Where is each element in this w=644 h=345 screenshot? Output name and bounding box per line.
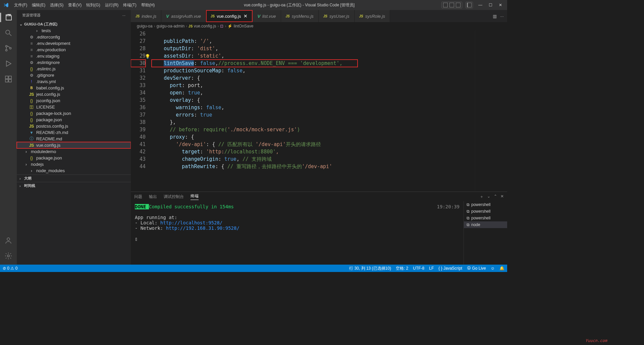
more-icon[interactable]: ···	[500, 14, 504, 19]
status-encoding[interactable]: UTF-8	[413, 266, 424, 271]
close-panel-icon[interactable]: ✕	[500, 194, 504, 200]
svg-rect-7	[5, 79, 8, 82]
terminal-instance[interactable]: ⧉ node	[464, 221, 507, 228]
editor-tab[interactable]: Vlist.vue	[253, 10, 281, 22]
file-item[interactable]: JSpostcss.config.js	[17, 123, 131, 129]
menu-item[interactable]: 转到(G)	[84, 2, 102, 8]
folder-item[interactable]: ›node_modules	[17, 167, 131, 174]
minimap[interactable]	[475, 30, 507, 192]
search-icon[interactable]	[4, 28, 13, 38]
code-content[interactable]: publicPath: '/', outputDir: 'dist', asse…	[152, 30, 475, 192]
breadcrumb[interactable]: guigu-oa › guigu-oa-admin › JS vue.confi…	[131, 22, 507, 30]
file-item[interactable]: {}jsconfig.json	[17, 97, 131, 104]
panel-tabs: 问题输出调试控制台终端 ＋ ⌄ ⌃ ✕	[131, 192, 507, 201]
menu-item[interactable]: 编辑(E)	[30, 2, 48, 8]
status-spaces[interactable]: 空格: 2	[396, 266, 408, 271]
folder-item[interactable]: ›nodejs	[17, 161, 131, 167]
status-errors[interactable]: ⊘ 0 ⚠ 0	[3, 266, 17, 271]
file-item[interactable]: {}package-lock.json	[17, 110, 131, 117]
file-item[interactable]: ≡.env.production	[17, 47, 131, 53]
line-gutter: 26272829💡303132333435363738394041424344	[131, 30, 152, 192]
extensions-icon[interactable]	[4, 74, 13, 84]
panel-tab[interactable]: 问题	[134, 194, 142, 200]
terminal-instance[interactable]: ⧉ powershell	[464, 208, 507, 215]
menu-item[interactable]: 选择(S)	[48, 2, 66, 8]
file-item[interactable]: Bbabel.config.js	[17, 85, 131, 91]
explorer-icon[interactable]	[0, 13, 16, 22]
vscode-logo-icon	[0, 2, 12, 8]
terminal-output[interactable]: DONE Compiled successfully in 154ms19:20…	[131, 201, 464, 265]
panel-tab[interactable]: 输出	[149, 194, 157, 200]
status-bell-icon[interactable]: 🔔	[499, 266, 504, 271]
menu-item[interactable]: 终端(T)	[121, 2, 139, 8]
maximize-icon[interactable]: ☐	[486, 3, 494, 7]
status-eol[interactable]: LF	[429, 266, 434, 271]
file-item[interactable]: ⚙.eslintignore	[17, 59, 131, 66]
terminal-instance[interactable]: ⧉ powershell	[464, 201, 507, 208]
titlebar: 文件(F)编辑(E)选择(S)查看(V)转到(G)运行(R)终端(T)帮助(H)…	[0, 0, 507, 10]
editor-tab[interactable]: JSsysMenu.js	[281, 10, 319, 22]
maximize-panel-icon[interactable]: ⌃	[494, 194, 497, 200]
file-item[interactable]: ⚙.gitignore	[17, 72, 131, 78]
menu-item[interactable]: 运行(R)	[103, 2, 121, 8]
split-icon[interactable]: ▥	[493, 14, 497, 19]
source-control-icon[interactable]	[4, 44, 13, 53]
svg-rect-5	[5, 76, 8, 79]
file-item[interactable]: ⚿LICENSE	[17, 104, 131, 110]
editor-tab[interactable]: JSvue.config.js✕	[206, 10, 253, 22]
status-position[interactable]: 行 30, 列 13 (已选择10)	[349, 266, 391, 271]
minimize-icon[interactable]: —	[476, 3, 484, 7]
more-icon[interactable]: ···	[122, 13, 125, 17]
menubar[interactable]: 文件(F)编辑(E)选择(S)查看(V)转到(G)运行(R)终端(T)帮助(H)	[12, 2, 157, 8]
status-feedback-icon[interactable]: ☺	[491, 266, 495, 271]
svg-line-1	[9, 34, 11, 36]
file-item[interactable]: {}.eslintrc.js	[17, 66, 131, 72]
layout-buttons[interactable]	[441, 2, 462, 8]
layout-custom-icon[interactable]	[466, 2, 473, 8]
editor-tab[interactable]: JSsysUser.js	[319, 10, 355, 22]
editor-tab[interactable]: JSindex.js	[131, 10, 161, 22]
folder-item[interactable]: ›tests	[17, 27, 131, 34]
folder-item[interactable]: ›moduledemo	[17, 148, 131, 155]
menu-item[interactable]: 查看(V)	[66, 2, 84, 8]
file-item[interactable]: ⓘREADME.md	[17, 136, 131, 142]
svg-point-2	[6, 46, 7, 47]
file-item[interactable]: JSjest.config.js	[17, 91, 131, 97]
dropdown-icon[interactable]: ⌄	[487, 194, 490, 200]
file-item[interactable]: !.travis.yml	[17, 78, 131, 85]
timeline-section[interactable]: ›时间线	[17, 182, 131, 189]
outline-section[interactable]: ›大纲	[17, 175, 131, 182]
sidebar: 资源管理器 ··· ⌄GUIGU-OA (工作区) ›tests⚙.editor…	[17, 10, 131, 265]
file-item[interactable]: {}package.json	[17, 155, 131, 161]
status-lang[interactable]: { } JavaScript	[438, 266, 462, 271]
activitybar	[0, 10, 17, 265]
editor-tab[interactable]: VassignAuth.vue	[161, 10, 206, 22]
svg-point-3	[6, 50, 7, 51]
editor-tab[interactable]: JSsysRole.js	[355, 10, 390, 22]
menu-item[interactable]: 文件(F)	[12, 2, 30, 8]
run-debug-icon[interactable]	[4, 59, 13, 68]
editor-tabs: JSindex.jsVassignAuth.vueJSvue.config.js…	[131, 10, 507, 22]
statusbar: ⊘ 0 ⚠ 0 行 30, 列 13 (已选择10) 空格: 2 UTF-8 L…	[0, 265, 507, 272]
panel-tab[interactable]: 终端	[191, 193, 199, 200]
menu-item[interactable]: 帮助(H)	[139, 2, 157, 8]
new-terminal-icon[interactable]: ＋	[480, 194, 484, 200]
terminal-instance[interactable]: ⧉ powershell	[464, 215, 507, 221]
close-icon[interactable]: ✕	[496, 3, 504, 7]
file-item[interactable]: JSvue.config.js	[17, 142, 131, 148]
file-item[interactable]: ≡.env.staging	[17, 53, 131, 59]
settings-gear-icon[interactable]	[4, 251, 13, 261]
svg-point-10	[7, 255, 9, 257]
svg-point-4	[10, 48, 11, 49]
file-item[interactable]: ⚙.editorconfig	[17, 34, 131, 40]
account-icon[interactable]	[4, 236, 13, 245]
file-item[interactable]: ≡.env.development	[17, 40, 131, 47]
file-item[interactable]: {}package.json	[17, 117, 131, 123]
close-tab-icon[interactable]: ✕	[244, 13, 248, 19]
workspace-root[interactable]: ⌄GUIGU-OA (工作区)	[17, 21, 131, 27]
file-item[interactable]: ▼README-zh.md	[17, 129, 131, 136]
svg-rect-6	[9, 76, 11, 79]
svg-point-0	[6, 30, 10, 34]
status-golive[interactable]: ⦿ Go Live	[467, 266, 486, 271]
panel-tab[interactable]: 调试控制台	[164, 194, 184, 200]
